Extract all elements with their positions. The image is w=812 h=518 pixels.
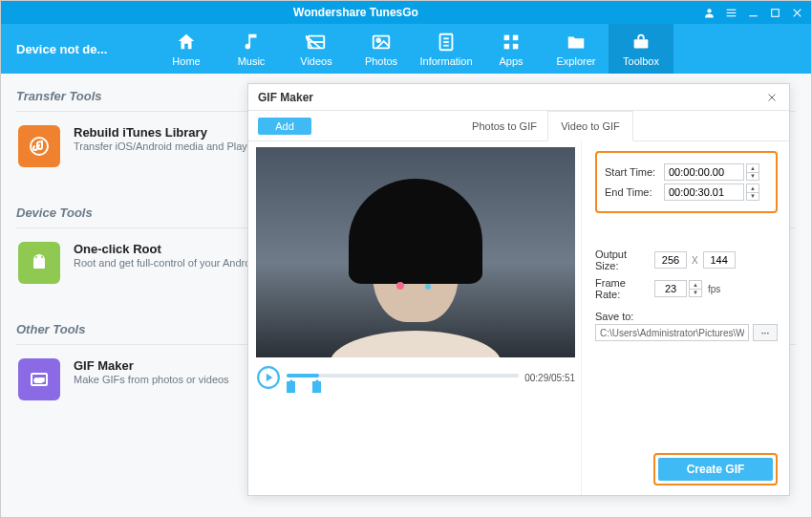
svg-rect-22 — [634, 39, 649, 48]
output-height-input[interactable] — [703, 251, 736, 269]
end-time-spinner[interactable]: ▲▼ — [746, 183, 759, 201]
nav-tabs: Home Music Videos Photos Information App… — [154, 24, 811, 74]
navbar: Device not de... Home Music Videos Photo… — [1, 24, 811, 74]
information-icon — [436, 32, 457, 53]
video-preview[interactable] — [256, 147, 575, 357]
app-window: Wondershare TunesGo Device not de... Hom… — [0, 0, 812, 518]
browse-button[interactable]: ··· — [753, 324, 778, 341]
timeline-slider[interactable] — [287, 365, 519, 390]
nav-tab-explorer[interactable]: Explorer — [544, 24, 609, 74]
dimension-separator: X — [689, 255, 701, 266]
user-icon[interactable] — [703, 7, 716, 19]
time-readout: 00:29/05:51 — [524, 373, 575, 383]
svg-rect-1 — [727, 9, 737, 10]
svg-rect-24 — [33, 261, 45, 269]
add-button[interactable]: Add — [258, 118, 311, 135]
music-icon — [241, 32, 262, 53]
start-time-label: Start Time: — [605, 166, 662, 178]
nav-tab-home[interactable]: Home — [154, 24, 219, 74]
start-time-input[interactable] — [664, 163, 744, 181]
window-controls — [703, 7, 803, 19]
nav-tab-photos[interactable]: Photos — [349, 24, 414, 74]
time-range-group: Start Time: ▲▼ End Time: ▲▼ — [595, 151, 778, 213]
end-time-label: End Time: — [605, 186, 662, 198]
tool-desc: Make GIFs from photos or videos — [74, 373, 229, 387]
svg-rect-4 — [749, 15, 758, 16]
device-status: Device not de... — [1, 24, 154, 74]
nav-tab-information[interactable]: Information — [414, 24, 479, 74]
svg-point-26 — [41, 256, 43, 258]
end-time-input[interactable] — [664, 183, 744, 201]
svg-rect-12 — [374, 35, 390, 48]
start-time-spinner[interactable]: ▲▼ — [746, 163, 759, 181]
svg-text:GIF: GIF — [34, 378, 44, 383]
fps-suffix: fps — [704, 284, 720, 294]
video-pane: 00:29/05:51 — [248, 141, 581, 495]
nav-tab-apps[interactable]: Apps — [479, 24, 544, 74]
android-icon — [18, 242, 60, 284]
photos-icon — [371, 32, 392, 53]
svg-rect-20 — [504, 43, 510, 49]
nav-tab-videos[interactable]: Videos — [284, 24, 349, 74]
svg-point-0 — [707, 9, 711, 12]
tab-photos-to-gif[interactable]: Photos to GIF — [461, 110, 547, 140]
frame-rate-label: Frame Rate: — [595, 277, 652, 300]
svg-rect-18 — [504, 34, 510, 40]
nav-tab-music[interactable]: Music — [219, 24, 284, 74]
menu-icon[interactable] — [725, 7, 737, 19]
tool-title: GIF Maker — [74, 358, 229, 373]
modal-header: GIF Maker — [248, 84, 789, 111]
svg-point-13 — [376, 38, 380, 42]
toolbox-icon — [630, 32, 652, 53]
minimize-icon[interactable] — [747, 7, 759, 19]
settings-pane: Start Time: ▲▼ End Time: ▲▼ Output Size:… — [581, 141, 789, 495]
itunes-icon — [18, 125, 60, 167]
gif-maker-modal: GIF Maker Add Photos to GIF Video to GIF — [247, 83, 790, 496]
player-controls: 00:29/05:51 — [256, 365, 575, 390]
svg-rect-19 — [513, 34, 519, 40]
create-gif-highlight: Create GIF — [653, 453, 778, 486]
svg-rect-2 — [727, 11, 737, 12]
titlebar: Wondershare TunesGo — [1, 1, 811, 24]
frame-rate-input[interactable] — [654, 280, 687, 297]
app-title: Wondershare TunesGo — [9, 6, 703, 19]
modal-tabs-row: Add Photos to GIF Video to GIF — [248, 111, 789, 141]
output-width-input[interactable] — [654, 251, 687, 269]
frame-rate-spinner[interactable]: ▲▼ — [689, 280, 702, 297]
tab-video-to-gif[interactable]: Video to GIF — [547, 111, 633, 141]
explorer-icon — [566, 32, 587, 53]
save-path-input[interactable] — [595, 324, 749, 341]
svg-rect-21 — [513, 43, 519, 49]
maximize-icon[interactable] — [769, 7, 781, 19]
output-size-label: Output Size: — [595, 248, 652, 271]
close-icon[interactable] — [791, 7, 803, 19]
play-button[interactable] — [256, 365, 281, 390]
range-end-handle[interactable] — [312, 381, 321, 393]
home-icon — [176, 32, 197, 53]
nav-tab-toolbox[interactable]: Toolbox — [609, 24, 673, 74]
create-gif-button[interactable]: Create GIF — [658, 458, 773, 481]
svg-rect-3 — [727, 15, 737, 16]
modal-close-button[interactable] — [764, 90, 780, 105]
modal-title: GIF Maker — [258, 91, 764, 104]
range-start-handle[interactable] — [287, 381, 295, 393]
videos-icon — [306, 32, 327, 53]
gif-icon: GIF — [18, 358, 60, 400]
apps-icon — [501, 32, 522, 53]
svg-point-25 — [35, 256, 37, 258]
svg-rect-5 — [772, 9, 780, 16]
save-to-label: Save to: — [595, 311, 778, 322]
